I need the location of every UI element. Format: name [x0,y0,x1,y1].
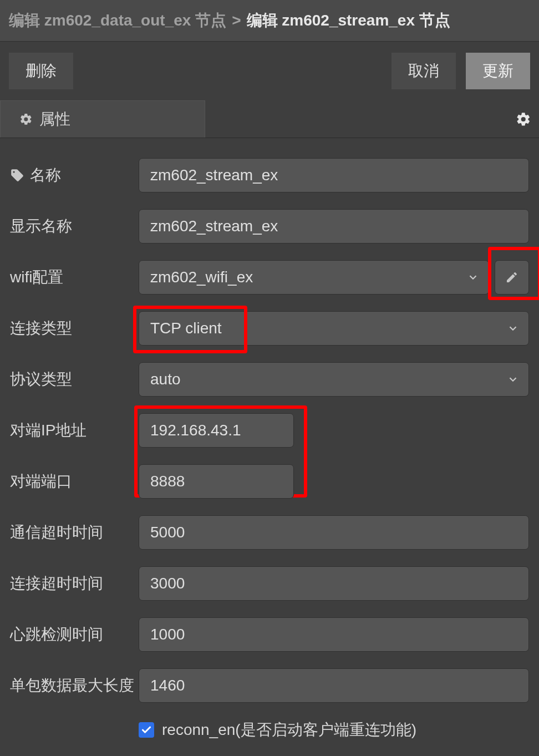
row-heartbeat: 心跳检测时间 [10,617,529,652]
row-comm-timeout: 通信超时时间 [10,515,529,550]
tab-properties[interactable]: 属性 [0,100,205,138]
checkbox-reconn-en[interactable] [139,722,154,738]
update-button[interactable]: 更新 [466,53,530,89]
pencil-icon [505,271,518,284]
label-conn-type: 连接类型 [10,318,139,339]
row-proto-type: 协议类型 auto [10,362,529,397]
label-comm-timeout: 通信超时时间 [10,522,139,543]
row-display-name: 显示名称 [10,209,529,243]
row-reconn-en: reconn_en(是否启动客户端重连功能) [139,719,529,740]
label-peer-port: 对端端口 [10,471,139,492]
select-wifi-config-value: zm602_wifi_ex [150,268,253,286]
input-display-name[interactable] [139,209,529,243]
select-proto-type-value: auto [150,371,181,388]
settings-gear-button[interactable] [508,100,539,138]
row-conn-timeout: 连接超时时间 [10,566,529,601]
edit-wifi-config-button[interactable] [495,260,529,295]
input-name[interactable] [139,158,529,192]
breadcrumb-previous[interactable]: 编辑 zm602_data_out_ex 节点 [9,10,226,31]
tab-properties-label: 属性 [39,109,70,130]
row-max-packet: 单包数据最大长度 [10,668,529,703]
label-reconn-en: reconn_en(是否启动客户端重连功能) [162,719,416,740]
breadcrumb-bar: 编辑 zm602_data_out_ex 节点 > 编辑 zm602_strea… [0,0,539,42]
label-max-packet: 单包数据最大长度 [10,675,139,696]
label-peer-ip: 对端IP地址 [10,420,139,441]
input-peer-ip[interactable] [139,413,294,448]
label-display-name: 显示名称 [10,216,139,237]
cancel-button[interactable]: 取消 [391,53,456,89]
select-conn-type[interactable]: TCP client [139,311,529,346]
tag-icon [10,168,24,182]
input-peer-port[interactable] [139,464,294,499]
form-area: 名称 显示名称 wifi配置 zm602_wifi_ex [0,138,539,752]
label-heartbeat: 心跳检测时间 [10,624,139,645]
input-conn-timeout[interactable] [139,566,529,601]
row-conn-type: 连接类型 TCP client [10,311,529,346]
gear-icon [19,113,33,126]
row-peer-ip: 对端IP地址 [10,413,529,448]
label-proto-type: 协议类型 [10,369,139,390]
label-wifi-config: wifi配置 [10,267,139,288]
input-comm-timeout[interactable] [139,515,529,550]
check-icon [141,724,152,735]
select-wifi-config[interactable]: zm602_wifi_ex [139,260,489,295]
row-peer-port: 对端端口 [10,464,529,499]
gear-icon [516,111,531,127]
select-conn-type-value: TCP client [150,319,222,337]
breadcrumb-current: 编辑 zm602_stream_ex 节点 [247,10,450,31]
input-heartbeat[interactable] [139,617,529,652]
row-name: 名称 [10,158,529,192]
select-proto-type[interactable]: auto [139,362,529,397]
breadcrumb-separator: > [232,12,241,29]
row-wifi-config: wifi配置 zm602_wifi_ex [10,260,529,295]
label-name: 名称 [10,165,139,186]
tab-row: 属性 [0,100,539,138]
label-conn-timeout: 连接超时时间 [10,573,139,594]
delete-button[interactable]: 删除 [9,53,73,89]
label-name-text: 名称 [30,165,61,186]
action-bar: 删除 取消 更新 [0,42,539,100]
input-max-packet[interactable] [139,668,529,703]
